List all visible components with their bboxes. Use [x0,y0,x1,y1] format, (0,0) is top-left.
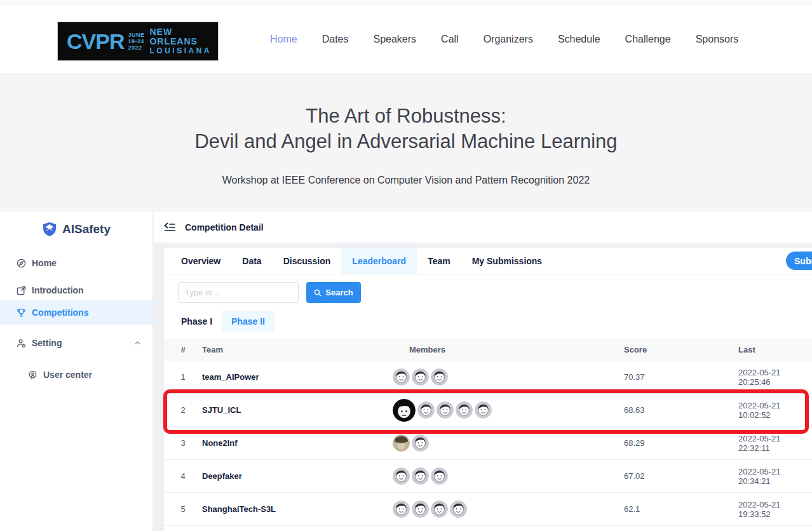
aisafety-brand[interactable]: AISafety [0,212,152,237]
member-avatar [393,467,410,485]
sidebar-item-user-center[interactable]: User center [0,363,152,387]
tab-leaderboard[interactable]: Leaderboard [341,248,417,274]
search-button-label: Search [325,288,353,297]
last-cell: 2022-05-21 22:32:11 [726,434,812,453]
nav-link-home[interactable]: Home [270,34,297,45]
members-cell [390,399,600,422]
nav-link-call[interactable]: Call [441,34,459,45]
member-avatar [431,501,448,518]
members-cell [390,434,600,452]
sidebar-item-introduction-label: Introduction [32,285,84,295]
col-last: Last [726,345,812,354]
members-cell [390,368,600,386]
member-avatar [431,368,448,386]
score-cell: 68.63 [600,405,726,415]
table-header-row: # Team Members Score Last [164,339,812,361]
score-cell: 67.02 [600,471,726,481]
shield-logo-icon [42,222,57,237]
col-rank: # [164,345,202,354]
table-row: 3 None2Inf 68.29 2022-05-21 22:32:11 [164,427,812,460]
member-avatar [475,401,492,419]
table-row: 5 ShanghaiTech-S3L [164,493,812,526]
workshop-title-line1: The Art of Robustness: [0,104,812,129]
nav-link-dates[interactable]: Dates [322,34,349,45]
last-cell: 2022-05-21 20:34:21 [726,467,812,486]
sidebar-item-user-center-label: User center [43,370,92,380]
last-cell: 2022-05-21 10:02:52 [726,401,812,420]
sidebar-item-home-label: Home [32,258,57,268]
phase-tabs: Phase I Phase II [164,311,274,332]
member-avatar-photo [393,434,410,452]
team-cell: None2Inf [202,438,390,448]
search-input[interactable] [178,282,299,303]
member-avatar [412,501,429,518]
trophy-icon [17,308,26,318]
table-body: 1 team_AIPower [164,361,812,526]
tab-phase-1[interactable]: Phase I [172,311,222,332]
tab-discussion[interactable]: Discussion [273,248,342,274]
team-cell: Deepfaker [202,471,390,481]
top-strip [0,0,812,4]
search-icon [314,289,321,297]
sidebar-item-setting[interactable]: Setting [0,331,152,355]
sidebar-item-introduction[interactable]: Introduction [0,278,152,302]
score-cell: 68.29 [600,438,726,448]
sidebar-item-competitions[interactable]: Competitions [0,300,152,325]
aisafety-brand-label: AISafety [62,222,111,236]
rank-cell: 5 [164,504,202,514]
nav-link-speakers[interactable]: Speakers [373,34,416,45]
rank-cell: 3 [164,438,202,448]
leaderboard-table: # Team Members Score Last 1 team_AIPower [164,339,812,526]
tab-phase-2[interactable]: Phase II [222,311,274,332]
col-members: Members [390,345,600,354]
user-center-icon [28,370,37,380]
nav-link-schedule[interactable]: Schedule [558,34,600,45]
table-row: 1 team_AIPower [164,361,812,394]
external-link-icon [17,286,26,295]
members-cell [390,501,600,518]
table-row: 2 SJTU_ICL [164,394,812,427]
submit-button[interactable]: Submit [786,252,812,270]
sidebar-item-home[interactable]: Home [0,251,152,275]
member-avatar [456,401,473,419]
sidebar-item-competitions-label: Competitions [32,307,88,318]
tab-data[interactable]: Data [231,248,272,274]
workshop-title-line2: Devil and Angel in Adversarial Machine L… [0,129,812,154]
competition-detail-card: Overview Data Discussion Leaderboard Tea… [164,248,812,531]
score-cell: 62.1 [600,504,726,514]
tab-overview[interactable]: Overview [170,248,231,274]
rank-cell: 4 [164,471,202,481]
member-avatar [412,368,429,386]
last-cell: 2022-05-21 19:33:52 [726,500,812,519]
tab-my-submissions[interactable]: My Submissions [461,248,553,274]
logo-brand-text: CVPR [67,30,124,52]
breadcrumb: Competition Detail [185,222,264,232]
nav-link-organizers[interactable]: Organizers [484,34,533,45]
member-avatar [450,501,467,518]
chevron-up-icon [134,340,141,347]
logo-date-month: JUNE [128,32,144,38]
detail-tabbar: Overview Data Discussion Leaderboard Tea… [164,248,812,274]
sidebar: AISafety Home Introduction Competitions … [0,212,152,531]
logo-city-line1: NEW ORLEANS [149,27,212,46]
content-header: Competition Detail [154,212,812,243]
col-score: Score [600,345,726,354]
logo-date-days: 19-24 [128,38,144,44]
tab-team[interactable]: Team [417,248,461,274]
member-avatar [412,434,429,452]
nav-link-challenge[interactable]: Challenge [625,34,671,45]
workshop-subtitle: Workshop at IEEE Conference on Computer … [0,175,812,186]
member-avatar [412,467,429,485]
nav-link-sponsors[interactable]: Sponsors [696,34,739,45]
member-avatar [393,501,410,518]
search-button[interactable]: Search [306,282,361,303]
team-cell: ShanghaiTech-S3L [202,504,390,514]
person-gear-icon [17,339,26,348]
table-row: 4 Deepfaker [164,460,812,493]
sidebar-item-setting-label: Setting [32,338,62,348]
hero-banner: The Art of Robustness: Devil and Angel i… [0,73,812,211]
menu-fold-icon[interactable] [164,222,175,232]
workshop-title: The Art of Robustness: Devil and Angel i… [0,104,812,154]
cvpr-logo[interactable]: CVPR JUNE 19-24 2022 NEW ORLEANS LOUISIA… [57,22,219,61]
member-avatar [393,368,410,386]
